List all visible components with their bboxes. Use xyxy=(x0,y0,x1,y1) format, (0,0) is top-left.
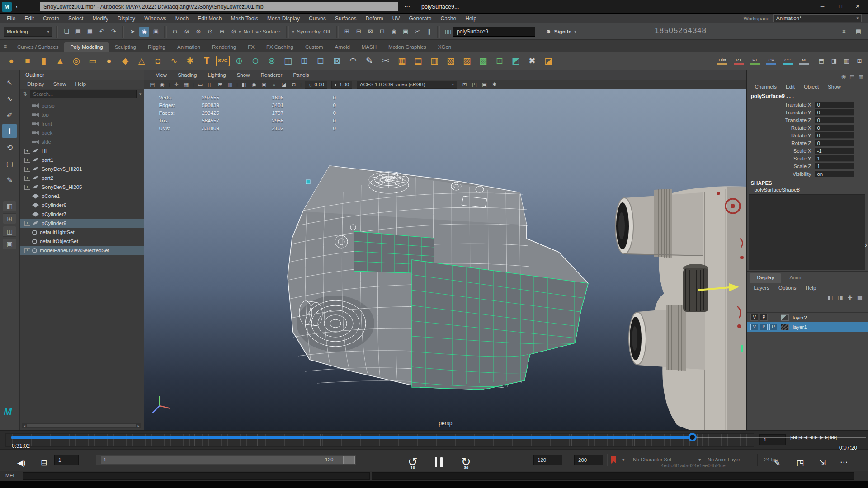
type-tool-icon[interactable]: T xyxy=(200,54,213,68)
shaded-icon[interactable]: ◉ xyxy=(250,80,258,89)
symmetry-dropdown[interactable]: Symmetry: Off xyxy=(297,29,330,34)
menu-item[interactable]: Mesh Tools xyxy=(227,14,262,23)
normals-icon[interactable]: ✖ xyxy=(525,54,539,68)
menu-item[interactable]: Help xyxy=(461,14,481,23)
poly-disc-icon[interactable]: ● xyxy=(102,54,116,68)
exposure-control[interactable]: ☼ 0.00 xyxy=(305,81,327,89)
shelf-chip[interactable]: FT xyxy=(749,57,761,65)
new-scene-icon[interactable]: ❏ xyxy=(61,27,71,37)
shelf-tab[interactable]: Rendering xyxy=(206,42,242,52)
animation-end-field[interactable]: 200 xyxy=(574,455,603,465)
extract-icon[interactable]: ⊟ xyxy=(314,54,327,68)
fx-icon[interactable]: ✱ xyxy=(490,80,499,89)
shelf-menu-icon[interactable]: ≡ xyxy=(4,43,7,50)
attribute-value[interactable]: -1 xyxy=(815,148,854,154)
separator[interactable] xyxy=(164,26,167,38)
shelf-tab[interactable]: FX xyxy=(242,42,260,52)
multi-cut-icon[interactable]: ✂ xyxy=(379,54,392,68)
layer-playback-toggle[interactable]: P xyxy=(760,314,768,321)
view-cube-icon[interactable]: ▤ xyxy=(148,80,156,89)
last-tool-icon[interactable]: ✎ xyxy=(2,173,17,187)
expand-icon[interactable] xyxy=(24,221,30,226)
back-icon[interactable]: ← xyxy=(14,1,22,10)
track-icon[interactable]: ✛ xyxy=(172,80,180,89)
crease-icon[interactable]: ✎ xyxy=(363,54,376,68)
workspace-icon-2[interactable]: ◨ xyxy=(829,56,839,66)
combine-icon[interactable]: ◫ xyxy=(281,54,295,68)
pip-icon[interactable]: ◳ xyxy=(797,458,804,468)
viewport-canvas[interactable]: Verts: 297555 1606 0 Edges: 590839 3401 … xyxy=(144,89,746,430)
menu-item[interactable]: Surfaces xyxy=(331,14,360,23)
menu-item[interactable]: Windows xyxy=(140,14,170,23)
command-input[interactable] xyxy=(23,472,370,480)
attribute-value[interactable]: 0 xyxy=(815,109,854,116)
undo-icon[interactable]: ↶ xyxy=(97,27,107,37)
panel-toggle-icon[interactable]: ▤ xyxy=(854,27,863,37)
texture-view-icon[interactable]: ▣ xyxy=(401,27,410,37)
outliner-item-pcone1[interactable]: pCone1 xyxy=(20,192,144,201)
shelf-tab[interactable]: Motion Graphics xyxy=(382,42,432,52)
outliner-item-side[interactable]: side xyxy=(20,137,144,146)
viewport-menu-item[interactable]: Renderer xyxy=(255,72,287,78)
textured-icon[interactable]: ▣ xyxy=(259,80,268,89)
prompt-input[interactable] xyxy=(453,27,535,37)
poly-pipe-icon[interactable]: ◘ xyxy=(151,54,165,68)
workspace-icon-4[interactable]: ⊞ xyxy=(854,56,864,66)
poly-gear-icon[interactable]: ✱ xyxy=(184,54,197,68)
shelf-tab[interactable]: MASH xyxy=(356,42,382,52)
shelf-chip[interactable]: CP xyxy=(765,57,778,65)
wireframe-icon[interactable]: ◧ xyxy=(240,80,248,89)
camera-select-icon[interactable]: ◉ xyxy=(158,80,166,89)
separator[interactable] xyxy=(437,26,440,38)
attribute-name[interactable]: Rotate Y xyxy=(747,133,815,138)
sign-in-button[interactable]: ☻ Sign In ▾ xyxy=(542,27,580,36)
layer-editor-menu-item[interactable]: Layers xyxy=(750,285,774,291)
append-face-icon[interactable]: ▦ xyxy=(395,54,409,68)
move-layer-up-icon[interactable]: ◧ xyxy=(827,294,833,301)
panel-icon[interactable]: ▦ xyxy=(859,73,863,80)
exit-fullscreen-icon[interactable]: ⇲ xyxy=(819,458,826,468)
expand-icon[interactable] xyxy=(24,248,30,253)
hypershade-icon[interactable]: ⊡ xyxy=(377,27,387,37)
layer-from-selected-icon[interactable]: ▤ xyxy=(857,294,863,301)
layer-color-swatch[interactable] xyxy=(781,324,789,330)
outliner-menu-item[interactable]: Help xyxy=(71,81,90,87)
outliner-item-defaultlightset[interactable]: defaultLightSet xyxy=(20,228,144,237)
menu-item[interactable]: Modify xyxy=(88,14,112,23)
channel-box-menu-item[interactable]: Object xyxy=(800,84,823,89)
outliner-item-defaultobjectset[interactable]: defaultObjectSet xyxy=(20,237,144,246)
attribute-value[interactable]: 0 xyxy=(815,102,854,108)
smooth-icon[interactable]: ◠ xyxy=(346,54,360,68)
shelf-tab[interactable]: Animation xyxy=(171,42,206,52)
shelf-tab[interactable]: Sculpting xyxy=(109,42,142,52)
layer-visible-toggle[interactable]: V xyxy=(750,314,758,321)
menu-item[interactable]: UV xyxy=(388,14,404,23)
menu-item[interactable]: Select xyxy=(64,14,87,23)
move-layer-down-icon[interactable]: ◨ xyxy=(838,294,843,301)
shelf-tab[interactable]: Custom xyxy=(299,42,329,52)
attribute-value[interactable]: 0 xyxy=(815,132,854,139)
separator[interactable] xyxy=(336,26,339,38)
make-live-icon[interactable]: ⊘ xyxy=(229,27,239,37)
boolean-intersect-icon[interactable]: ⊗ xyxy=(265,54,278,68)
shelf-tab[interactable]: Poly Modeling xyxy=(64,42,108,52)
sidebar-frame-icon[interactable]: ▯▯ xyxy=(443,27,453,37)
menu-item[interactable]: Deform xyxy=(361,14,387,23)
outliner-item-top[interactable]: top xyxy=(20,110,144,119)
video-progress-handle[interactable] xyxy=(688,433,697,441)
expand-icon[interactable] xyxy=(24,167,30,172)
range-slider[interactable]: 1 120 xyxy=(96,455,356,465)
range-slider-handle[interactable] xyxy=(343,456,355,464)
empty-layer-icon[interactable]: ✚ xyxy=(848,294,853,301)
attribute-name[interactable]: Scale Z xyxy=(747,164,815,169)
shelf-tab[interactable]: Curves / Surfaces xyxy=(11,42,64,52)
move-tool-icon[interactable]: ✛ xyxy=(2,124,17,138)
snap-point-icon[interactable]: ⊛ xyxy=(193,27,203,37)
menu-item[interactable]: Mesh xyxy=(171,14,193,23)
grid-toggle-icon[interactable]: ⌗ xyxy=(839,27,849,37)
attribute-value[interactable]: 0 xyxy=(815,117,854,123)
range-start-field[interactable]: 1 xyxy=(54,455,79,465)
paint-select-tool-icon[interactable]: ✐ xyxy=(2,108,17,122)
snap-plane-icon[interactable]: ⊕ xyxy=(217,27,227,37)
svg-tool-icon[interactable]: SVG xyxy=(216,56,230,66)
